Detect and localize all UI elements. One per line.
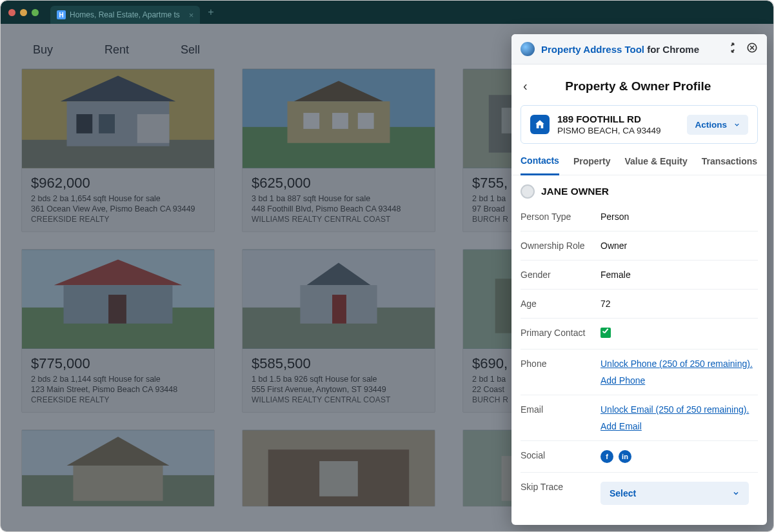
listing-meta: 2 bds 2 ba 1,144 sqft House for sale bbox=[31, 375, 205, 384]
label-gender: Gender bbox=[521, 270, 600, 280]
back-icon[interactable]: ‹ bbox=[523, 79, 528, 94]
panel-tabs: Contacts Property Value & Equity Transac… bbox=[511, 144, 767, 175]
value-gender: Female bbox=[600, 270, 758, 280]
close-window-icon[interactable] bbox=[8, 9, 15, 16]
listing-price: $625,000 bbox=[252, 175, 426, 192]
listing-photo bbox=[243, 69, 435, 168]
listing-address: 361 Ocean View Ave, Pismo Beach CA 93449 bbox=[31, 204, 205, 213]
svg-rect-11 bbox=[303, 113, 319, 129]
svg-rect-37 bbox=[319, 461, 358, 497]
label-primary: Primary Contact bbox=[521, 328, 600, 340]
close-tab-icon[interactable]: × bbox=[189, 10, 194, 20]
actions-button[interactable]: Actions bbox=[687, 115, 748, 135]
browser-chrome: H Homes, Real Estate, Apartme ts × + bbox=[1, 1, 773, 24]
facebook-icon[interactable]: f bbox=[600, 450, 613, 463]
favicon-icon: H bbox=[57, 10, 66, 19]
tab-title: Homes, Real Estate, Apartme ts bbox=[70, 10, 180, 19]
field-phone: Phone Unlock Phone (250 of 250 remaining… bbox=[521, 350, 758, 395]
close-icon[interactable] bbox=[746, 42, 758, 56]
listing-agency: CREEKSIDE REALTY bbox=[31, 215, 205, 224]
listing-card[interactable]: $775,000 2 bds 2 ba 1,144 sqft House for… bbox=[21, 249, 215, 413]
collapse-icon[interactable] bbox=[727, 42, 739, 56]
tab-property[interactable]: Property bbox=[573, 156, 611, 174]
listing-price: $585,500 bbox=[252, 355, 426, 372]
browser-tab[interactable]: H Homes, Real Estate, Apartme ts × bbox=[50, 6, 200, 24]
checkmark-icon bbox=[600, 328, 611, 338]
svg-rect-12 bbox=[332, 113, 348, 129]
listing-card[interactable]: $625,000 3 bd 1 ba 887 sqft House for sa… bbox=[242, 68, 435, 232]
unlock-email-link[interactable]: Unlock Email (250 of 250 remaining). bbox=[600, 404, 758, 415]
label-role: Ownership Role bbox=[521, 241, 600, 251]
skip-trace-select[interactable]: Select bbox=[600, 482, 749, 505]
listing-meta: 2 bds 2 ba 1,654 sqft House for sale bbox=[31, 194, 205, 203]
new-tab-icon[interactable]: + bbox=[208, 6, 213, 18]
field-person-type: Person Type Person bbox=[521, 202, 758, 232]
linkedin-icon[interactable]: in bbox=[619, 450, 631, 463]
address-line1: 189 FOOTHILL RD bbox=[557, 113, 679, 124]
profile-title: Property & Owner Profile bbox=[535, 79, 741, 94]
add-phone-link[interactable]: Add Phone bbox=[600, 375, 758, 386]
chevron-down-icon bbox=[732, 489, 740, 497]
label-phone: Phone bbox=[521, 359, 600, 386]
field-ownership-role: Ownership Role Owner bbox=[521, 232, 758, 261]
owner-name: JANE OWNER bbox=[541, 186, 609, 197]
listing-address: 448 Foothill Blvd, Pismo Beach CA 93448 bbox=[252, 204, 426, 213]
tab-value-equity[interactable]: Value & Equity bbox=[624, 156, 687, 174]
svg-rect-4 bbox=[137, 114, 170, 143]
listing-agency: WILLIAMS REALTY CENTRAL COAST bbox=[252, 395, 426, 404]
listing-address: 123 Main Street, Pismo Beach CA 93448 bbox=[31, 385, 205, 394]
minimize-window-icon[interactable] bbox=[20, 9, 27, 16]
listing-photo bbox=[243, 430, 435, 507]
listing-agency: CREEKSIDE REALTY bbox=[31, 395, 205, 404]
label-person-type: Person Type bbox=[521, 212, 600, 222]
window-controls bbox=[8, 9, 39, 16]
panel-subheader: ‹ Property & Owner Profile bbox=[511, 64, 767, 101]
field-gender: Gender Female bbox=[521, 261, 758, 290]
address-box: 189 FOOTHILL RD PISMO BEACH, CA 93449 Ac… bbox=[521, 105, 758, 144]
panel-title-chrome: for Chrome bbox=[644, 44, 699, 55]
listing-photo bbox=[243, 250, 435, 349]
svg-rect-6 bbox=[99, 114, 115, 133]
listing-card[interactable] bbox=[21, 429, 215, 507]
field-age: Age 72 bbox=[521, 290, 758, 319]
listing-meta: 1 bd 1.5 ba 926 sqft House for sale bbox=[252, 375, 426, 384]
label-age: Age bbox=[521, 299, 600, 309]
label-skip-trace: Skip Trace bbox=[521, 482, 600, 505]
nav-buy[interactable]: Buy bbox=[33, 43, 53, 57]
value-person-type: Person bbox=[600, 212, 758, 222]
owner-header: JANE OWNER bbox=[511, 175, 767, 202]
value-age: 72 bbox=[600, 299, 758, 309]
panel-title: Property Address Tool for Chrome bbox=[541, 44, 699, 55]
svg-rect-13 bbox=[358, 113, 374, 129]
listing-photo bbox=[22, 250, 214, 349]
field-skip-trace: Skip Trace Select bbox=[521, 473, 758, 514]
svg-rect-23 bbox=[108, 295, 126, 324]
add-email-link[interactable]: Add Email bbox=[600, 421, 758, 431]
maximize-window-icon[interactable] bbox=[32, 9, 39, 16]
listing-meta: 3 bd 1 ba 887 sqft House for sale bbox=[252, 194, 426, 203]
listing-card[interactable]: $962,000 2 bds 2 ba 1,654 sqft House for… bbox=[21, 68, 215, 232]
tab-contacts[interactable]: Contacts bbox=[521, 155, 559, 175]
listing-agency: WILLIAMS REALTY CENTRAL COAST bbox=[252, 215, 426, 224]
home-icon bbox=[530, 115, 550, 134]
svg-rect-5 bbox=[76, 114, 92, 133]
unlock-phone-link[interactable]: Unlock Phone (250 of 250 remaining). bbox=[600, 359, 758, 369]
extension-panel: Property Address Tool for Chrome ‹ Prope… bbox=[511, 34, 767, 525]
svg-rect-28 bbox=[332, 295, 346, 324]
listing-card[interactable] bbox=[242, 429, 435, 507]
skip-trace-select-label: Select bbox=[610, 488, 636, 498]
listing-photo bbox=[22, 69, 214, 168]
listing-photo bbox=[22, 430, 214, 507]
field-primary-contact: Primary Contact bbox=[521, 319, 758, 350]
svg-rect-34 bbox=[73, 466, 163, 501]
listing-price: $775,000 bbox=[31, 355, 205, 372]
actions-label: Actions bbox=[695, 120, 727, 130]
nav-sell[interactable]: Sell bbox=[181, 43, 200, 57]
listing-card[interactable]: $585,500 1 bd 1.5 ba 926 sqft House for … bbox=[242, 249, 435, 413]
nav-rent[interactable]: Rent bbox=[104, 43, 129, 57]
value-role: Owner bbox=[600, 241, 758, 251]
panel-header: Property Address Tool for Chrome bbox=[511, 34, 767, 64]
tab-transactions[interactable]: Transactions bbox=[702, 156, 757, 174]
field-social: Social f in bbox=[521, 441, 758, 473]
listing-price: $962,000 bbox=[31, 175, 205, 192]
